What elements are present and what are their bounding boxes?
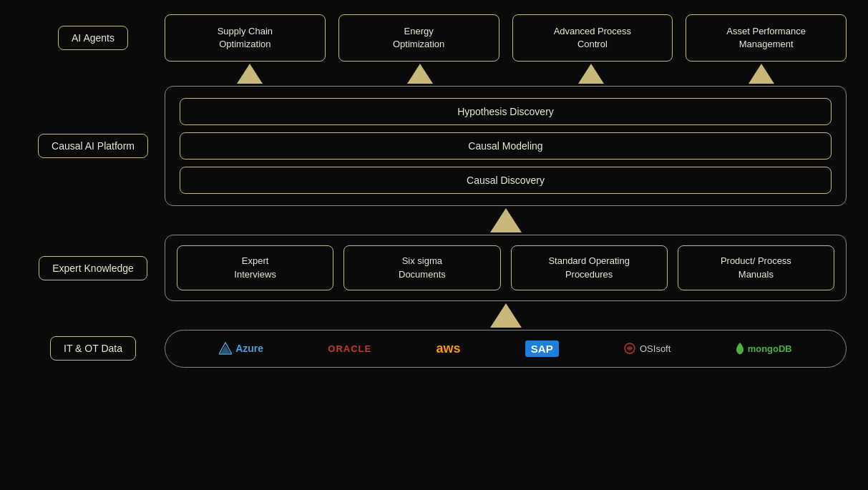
arrow-4 bbox=[748, 64, 774, 84]
agent-boxes-group: Supply Chain Optimization Energy Optimiz… bbox=[165, 14, 847, 62]
ai-agents-boxes: Supply Chain Optimization Energy Optimiz… bbox=[165, 14, 847, 62]
causal-platform-container: Hypothesis Discovery Causal Modeling Cau… bbox=[165, 86, 847, 206]
mongodb-logo: mongoDB bbox=[736, 342, 792, 355]
osisoft-icon bbox=[623, 342, 636, 355]
causal-ai-label: Causal AI Platform bbox=[38, 134, 148, 158]
causal-ai-content: Hypothesis Discovery Causal Modeling Cau… bbox=[165, 86, 847, 206]
ai-agents-row: AI Agents Supply Chain Optimization Ener… bbox=[21, 14, 847, 62]
it-ot-row: IT & OT Data Azure ORACLE aws bbox=[21, 330, 847, 368]
expert-knowledge-label-container: Expert Knowledge bbox=[21, 256, 165, 280]
center-arrow-group bbox=[165, 206, 847, 235]
arrow-3 bbox=[578, 64, 604, 84]
expert-knowledge-row: Expert Knowledge Expert Interviews Six s… bbox=[21, 235, 847, 300]
ai-agents-label-container: AI Agents bbox=[21, 26, 165, 50]
sap-logo: SAP bbox=[525, 340, 559, 357]
supply-chain-box: Supply Chain Optimization bbox=[165, 14, 326, 62]
center-arrow-2-group bbox=[165, 301, 847, 330]
expert-knowledge-content: Expert Interviews Six sigma Documents St… bbox=[165, 235, 847, 300]
causal-modeling: Causal Modeling bbox=[180, 132, 832, 160]
osisoft-logo: OSIsoft bbox=[623, 342, 670, 355]
arrows-row-2 bbox=[21, 206, 847, 235]
six-sigma-box: Six sigma Documents bbox=[343, 245, 500, 290]
sop-box: Standard Operating Procedures bbox=[511, 245, 668, 290]
arrows-row-3 bbox=[21, 301, 847, 330]
product-process-box: Product/ Process Manuals bbox=[678, 245, 834, 290]
it-ot-content: Azure ORACLE aws SAP bbox=[165, 330, 847, 368]
it-ot-label: IT & OT Data bbox=[50, 336, 136, 361]
expert-interviews-box: Expert Interviews bbox=[177, 245, 333, 290]
asset-perf-box: Asset Performance Management bbox=[686, 14, 847, 62]
aws-logo: aws bbox=[437, 341, 461, 356]
data-logos-container: Azure ORACLE aws SAP bbox=[165, 330, 847, 368]
energy-opt-box: Energy Optimization bbox=[338, 14, 499, 62]
four-arrows-group bbox=[165, 62, 847, 86]
main-layout: AI Agents Supply Chain Optimization Ener… bbox=[0, 0, 868, 490]
oracle-logo: ORACLE bbox=[328, 343, 371, 354]
causal-ai-label-container: Causal AI Platform bbox=[21, 134, 165, 158]
arrow-center-2 bbox=[490, 303, 522, 328]
arrow-2 bbox=[407, 64, 433, 84]
ai-agents-label: AI Agents bbox=[58, 26, 128, 50]
mongodb-icon bbox=[736, 342, 744, 355]
svg-rect-3 bbox=[739, 351, 741, 353]
hypothesis-discovery: Hypothesis Discovery bbox=[180, 98, 832, 125]
it-ot-label-container: IT & OT Data bbox=[21, 336, 165, 361]
arrow-center bbox=[490, 208, 522, 232]
advanced-process-box: Advanced Process Control bbox=[512, 14, 673, 62]
expert-knowledge-label: Expert Knowledge bbox=[39, 256, 147, 280]
causal-ai-row: Causal AI Platform Hypothesis Discovery … bbox=[21, 86, 847, 206]
causal-discovery: Causal Discovery bbox=[180, 167, 832, 194]
azure-logo: Azure bbox=[219, 342, 263, 355]
azure-icon bbox=[219, 342, 232, 355]
arrows-row-1 bbox=[21, 62, 847, 86]
arrow-1 bbox=[237, 64, 263, 84]
expert-boxes-container: Expert Interviews Six sigma Documents St… bbox=[165, 235, 847, 300]
